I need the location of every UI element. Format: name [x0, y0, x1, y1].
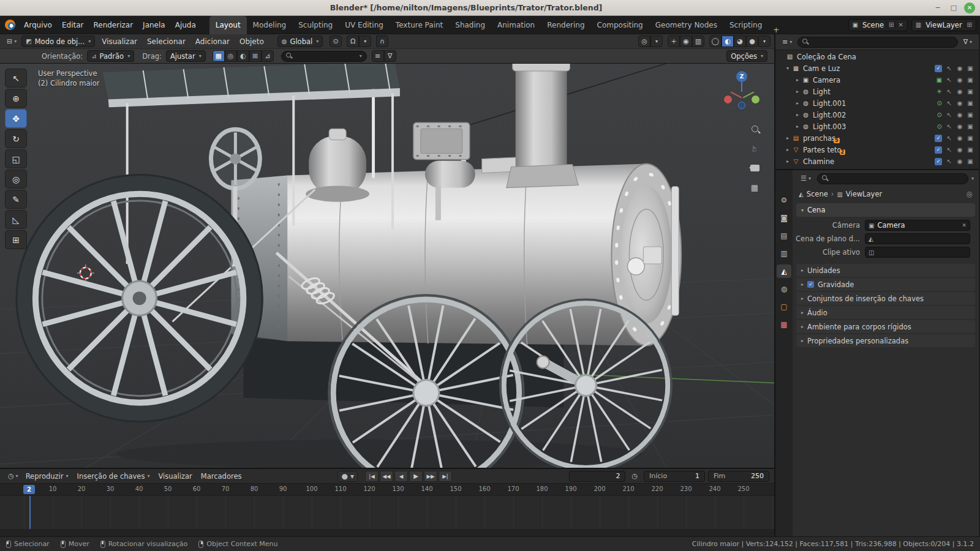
snap-face-icon[interactable]: ⊞: [249, 50, 262, 62]
outliner-row[interactable]: ▸ ▽ Chamine ✓ ↖ ◉ ▣: [775, 156, 979, 167]
annotate-tool[interactable]: ✎: [5, 190, 27, 209]
hide-eye-icon[interactable]: ◉: [956, 146, 963, 153]
transform-orientation-dropdown[interactable]: ◍ Global ▾: [277, 36, 323, 47]
rotate-tool[interactable]: ↻: [5, 129, 27, 148]
shading-material-icon[interactable]: ◕: [734, 36, 746, 47]
hide-eye-icon[interactable]: ◉: [956, 100, 963, 107]
gizmo-x-axis[interactable]: [724, 96, 732, 103]
outliner-filter-button[interactable]: ∇ ▾: [960, 36, 975, 48]
collapsed-section[interactable]: ▸ ✓ Propriedades personalizadas: [796, 334, 975, 347]
collapsed-section[interactable]: ▸ ✓ Unidades: [796, 264, 975, 277]
collection-checkbox[interactable]: ✓: [935, 135, 942, 142]
selectable-icon[interactable]: ↖: [946, 88, 953, 95]
workspace-tab[interactable]: Geometry Nodes: [649, 16, 723, 34]
playback-menu[interactable]: Reproduzir▾: [21, 472, 73, 481]
workspace-tab[interactable]: Compositing: [591, 16, 649, 34]
zoom-icon[interactable]: [748, 122, 761, 135]
camera-visibility-icon[interactable]: ▣: [967, 146, 974, 153]
prev-frame-button[interactable]: ◀: [394, 471, 408, 482]
cursor-tool[interactable]: ⊕: [5, 89, 27, 108]
outliner-row[interactable]: ▾ ▦ Cam e Luz ✓ ↖ ◉ ▣: [775, 62, 979, 74]
snap-magnet-button[interactable]: Ω: [347, 36, 359, 47]
workspace-tab[interactable]: Shading: [449, 16, 491, 34]
section-checkbox[interactable]: ✓: [807, 281, 814, 288]
timeline-tracks[interactable]: [0, 496, 774, 529]
selectable-icon[interactable]: ↖: [946, 146, 953, 153]
workspace-tab[interactable]: Scripting: [723, 16, 768, 34]
shading-solid-icon[interactable]: ◐: [722, 36, 734, 47]
snap-increment-icon[interactable]: ▦: [213, 50, 225, 62]
outliner-row[interactable]: ▸ ▽ Partes teto 2 ✓ ↖ ◉ ▣: [775, 144, 979, 156]
expand-arrow-icon[interactable]: ▸: [784, 159, 791, 164]
workspace-tab[interactable]: Modeling: [247, 16, 293, 34]
jump-start-button[interactable]: |◀: [365, 471, 379, 482]
filter-button[interactable]: ∇: [384, 50, 396, 62]
add-workspace-button[interactable]: +: [768, 26, 784, 34]
workspace-tab[interactable]: Layout: [209, 16, 247, 34]
breadcrumb-scene[interactable]: Scene: [807, 190, 828, 198]
viewport-search-input[interactable]: ▾: [281, 51, 367, 62]
selectable-icon[interactable]: ↖: [946, 123, 953, 130]
properties-search-input[interactable]: [817, 173, 968, 184]
outliner-row[interactable]: ▸ ◍ Light ☀ ✓ ↖ ◉ ▣: [775, 86, 979, 97]
snap-settings-button[interactable]: ▾: [359, 36, 371, 47]
timeline-editor-type-button[interactable]: ◷ ▾: [5, 470, 21, 482]
collapsed-section[interactable]: ▸ ✓ Áudio: [796, 306, 975, 319]
menubar-item[interactable]: Renderizar: [88, 16, 138, 34]
current-frame-badge[interactable]: 2: [23, 485, 35, 494]
menubar-item[interactable]: Ajuda: [170, 16, 201, 34]
selectable-icon[interactable]: ↖: [946, 111, 953, 118]
expand-arrow-icon[interactable]: ▸: [794, 112, 801, 118]
hide-eye-icon[interactable]: ◉: [956, 88, 963, 95]
shading-wireframe-icon[interactable]: ◯: [709, 36, 722, 47]
frame-start-field[interactable]: Início1: [644, 471, 705, 482]
tab-world[interactable]: ◍: [777, 282, 791, 296]
scale-tool[interactable]: ◱: [5, 149, 27, 168]
gizmos-button[interactable]: +: [668, 36, 680, 47]
select-box-tool[interactable]: ↖: [5, 69, 27, 88]
maximize-button[interactable]: □: [948, 2, 959, 13]
use-preview-range-button[interactable]: ◷: [628, 470, 641, 482]
tab-viewlayer[interactable]: ▥: [777, 247, 791, 260]
object-visibility-button[interactable]: ◎: [638, 36, 650, 47]
outliner-row[interactable]: ▸ ◍ Light.001 ⊙ ✓ ↖ ◉ ▣: [775, 97, 979, 109]
hide-eye-icon[interactable]: ◉: [956, 111, 963, 118]
next-keyframe-button[interactable]: ▶▶: [424, 471, 437, 482]
outliner-item-label[interactable]: Partes teto: [803, 146, 842, 154]
orientation-dropdown[interactable]: ⊿ Padrão ▾: [87, 50, 134, 62]
workspace-tab[interactable]: Animation: [491, 16, 541, 34]
viewport-menu-item[interactable]: Adicionar: [190, 37, 235, 46]
outliner-editor-type-button[interactable]: ≡ ▾: [779, 36, 795, 48]
outliner-row[interactable]: ▸ ◍ Light.003 ⊙ ✓ ↖ ◉ ▣: [775, 121, 979, 132]
display-mode-button[interactable]: ≡: [372, 50, 384, 62]
options-dropdown[interactable]: Opções ▾: [726, 50, 767, 62]
viewport-menu-item[interactable]: Visualizar: [97, 37, 142, 46]
camera-visibility-icon[interactable]: ▣: [967, 135, 974, 141]
menubar-item[interactable]: Editar: [57, 16, 89, 34]
timeline-ruler[interactable]: 2 10203040506070809010011012013014015016…: [0, 484, 774, 496]
tab-object[interactable]: ▢: [777, 300, 791, 313]
workspace-tab[interactable]: Rendering: [541, 16, 590, 34]
transform-tool[interactable]: ◎: [5, 170, 27, 189]
selectable-icon[interactable]: ↖: [946, 158, 953, 165]
outliner-row[interactable]: ▧ Coleção da Cena ✓ ↖ ◉ ▣: [775, 51, 979, 62]
blender-logo-icon[interactable]: [5, 20, 15, 30]
hide-eye-icon[interactable]: ◉: [956, 158, 963, 165]
collapsed-section[interactable]: ▸ ✓ Gravidade: [796, 278, 975, 291]
expand-arrow-icon[interactable]: ▸: [794, 124, 801, 129]
pivot-point-button[interactable]: ⊙: [330, 36, 342, 47]
snap-edge-icon[interactable]: ◐: [237, 50, 249, 62]
measure-tool[interactable]: ◺: [5, 210, 27, 229]
hide-eye-icon[interactable]: ◉: [956, 65, 963, 72]
collection-checkbox[interactable]: ✓: [935, 65, 942, 72]
outliner-item-label[interactable]: Chamine: [803, 157, 834, 166]
timeline-scroll-strip[interactable]: [0, 529, 774, 536]
camera-visibility-icon[interactable]: ▣: [967, 88, 974, 95]
viewport-menu-item[interactable]: Selecionar: [142, 37, 190, 46]
xray-button[interactable]: ▥: [692, 36, 704, 47]
viewport-3d-canvas[interactable]: User Perspective (2) Cilindro maior ↖ ⊕ …: [0, 64, 774, 468]
current-frame-field[interactable]: 2: [569, 471, 625, 482]
snap-vertex-icon[interactable]: ◎: [225, 50, 237, 62]
camera-visibility-icon[interactable]: ▣: [967, 77, 974, 83]
collapsed-section[interactable]: ▸ ✓ Ambiente para corpos rígidos: [796, 320, 975, 333]
